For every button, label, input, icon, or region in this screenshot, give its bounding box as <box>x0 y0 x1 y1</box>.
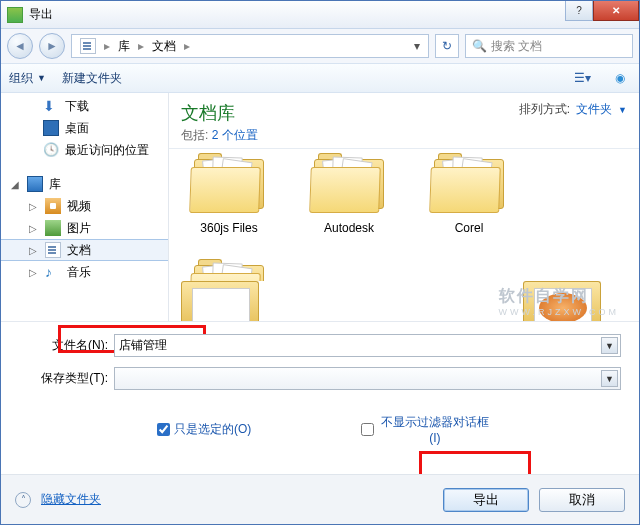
sidebar-item-desktop[interactable]: 桌面 <box>1 117 168 139</box>
folder-grid: 360js Files Autodesk Corel Corel <box>169 148 639 281</box>
window-title: 导出 <box>29 6 565 23</box>
breadcrumb-libraries[interactable]: 库 <box>112 35 136 57</box>
no-filter-dialog-label: 不显示过滤器对话框(I) <box>378 414 491 445</box>
sidebar-item-label: 图片 <box>67 220 91 237</box>
sidebar-item-music[interactable]: ▷音乐 <box>1 261 168 283</box>
footer: ˄ 隐藏文件夹 导出 取消 <box>1 474 639 524</box>
folder-grid-row2 <box>169 281 639 321</box>
new-folder-button[interactable]: 新建文件夹 <box>62 70 122 87</box>
options-row: 只是选定的(O) 不显示过滤器对话框(I) <box>19 400 621 451</box>
folder-label: Autodesk <box>301 221 397 235</box>
new-folder-label: 新建文件夹 <box>62 70 122 87</box>
folder-label: 360js Files <box>181 221 277 235</box>
chevron-down-icon[interactable]: ▼ <box>601 337 618 354</box>
library-subtitle: 包括: 2 个位置 <box>181 127 258 144</box>
breadcrumb-dropdown[interactable]: ▾ <box>408 39 426 53</box>
only-selected-label: 只是选定的(O) <box>174 421 251 438</box>
sort-value[interactable]: 文件夹 <box>576 101 612 118</box>
close-button[interactable]: ✕ <box>593 1 639 21</box>
desktop-icon <box>43 120 59 136</box>
caret-right-icon: ▷ <box>29 245 39 256</box>
export-dialog: 导出 ? ✕ ◄ ► ▸ 库 ▸ 文档 ▸ ▾ ↻ 🔍 搜索 文档 组织 ▼ <box>0 0 640 525</box>
sidebar-item-label: 桌面 <box>65 120 89 137</box>
library-title: 文档库 <box>181 101 258 125</box>
window-controls: ? ✕ <box>565 1 639 21</box>
nav-row: ◄ ► ▸ 库 ▸ 文档 ▸ ▾ ↻ 🔍 搜索 文档 <box>1 29 639 63</box>
sidebar-item-pictures[interactable]: ▷图片 <box>1 217 168 239</box>
caret-down-icon: ◢ <box>11 179 21 190</box>
sidebar-item-libraries[interactable]: ◢库 <box>1 173 168 195</box>
help-icon-button[interactable]: ◉ <box>609 67 631 89</box>
caret-right-icon: ▷ <box>29 223 39 234</box>
sidebar-item-label: 视频 <box>67 198 91 215</box>
sidebar-item-label: 最近访问的位置 <box>65 142 149 159</box>
chevron-right-icon: ▸ <box>102 39 112 53</box>
export-button[interactable]: 导出 <box>443 488 529 512</box>
filename-value: 店铺管理 <box>119 337 167 354</box>
breadcrumb[interactable]: ▸ 库 ▸ 文档 ▸ ▾ <box>71 34 429 58</box>
caret-right-icon: ▷ <box>29 201 39 212</box>
filename-input[interactable]: 店铺管理 ▼ <box>114 334 621 357</box>
folder-item[interactable]: Corel <box>421 153 517 235</box>
sidebar-item-documents[interactable]: ▷文档 <box>1 239 168 261</box>
breadcrumb-documents[interactable]: 文档 <box>146 35 182 57</box>
organize-menu[interactable]: 组织 ▼ <box>9 70 46 87</box>
folder-icon <box>190 153 268 217</box>
organize-label: 组织 <box>9 70 33 87</box>
help-button[interactable]: ? <box>565 1 593 21</box>
sidebar-item-recent[interactable]: 最近访问的位置 <box>1 139 168 161</box>
app-icon <box>7 7 23 23</box>
library-icon <box>27 176 43 192</box>
library-header: 文档库 包括: 2 个位置 排列方式: 文件夹 ▼ <box>169 93 639 148</box>
folder-item[interactable]: Autodesk <box>301 153 397 235</box>
folder-label: Corel <box>421 221 517 235</box>
sidebar-item-label: 文档 <box>67 242 91 259</box>
document-icon <box>45 242 61 258</box>
filename-label: 文件名(N): <box>19 337 114 354</box>
body: 下载 桌面 最近访问的位置 ◢库 ▷视频 ▷图片 ▷文档 ▷音乐 文档库 包括:… <box>1 93 639 321</box>
folder-icon <box>430 153 508 217</box>
expand-up-icon[interactable]: ˄ <box>15 492 31 508</box>
folder-icon <box>310 153 388 217</box>
folder-item[interactable]: 360js Files <box>181 153 277 235</box>
music-icon <box>45 264 61 280</box>
cancel-button[interactable]: 取消 <box>539 488 625 512</box>
filetype-label: 保存类型(T): <box>19 370 114 387</box>
back-button[interactable]: ◄ <box>7 33 33 59</box>
search-input[interactable]: 🔍 搜索 文档 <box>465 34 633 58</box>
sidebar-item-label: 音乐 <box>67 264 91 281</box>
sidebar: 下载 桌面 最近访问的位置 ◢库 ▷视频 ▷图片 ▷文档 ▷音乐 <box>1 93 169 321</box>
chevron-right-icon: ▸ <box>136 39 146 53</box>
sidebar-item-label: 库 <box>49 176 61 193</box>
recent-icon <box>43 142 59 158</box>
view-options-button[interactable]: ☰▾ <box>571 67 593 89</box>
folder-icon <box>190 259 268 281</box>
refresh-button[interactable]: ↻ <box>435 34 459 58</box>
filename-row: 文件名(N): 店铺管理 ▼ <box>19 334 621 357</box>
sidebar-item-downloads[interactable]: 下载 <box>1 95 168 117</box>
no-filter-dialog-input[interactable] <box>361 423 374 436</box>
chevron-right-icon: ▸ <box>182 39 192 53</box>
forward-button[interactable]: ► <box>39 33 65 59</box>
folder-item-partial[interactable] <box>523 281 601 321</box>
chevron-down-icon[interactable]: ▼ <box>618 105 627 115</box>
toolbar: 组织 ▼ 新建文件夹 ☰▾ ◉ <box>1 63 639 93</box>
sort-label: 排列方式: <box>519 101 570 118</box>
sort-control: 排列方式: 文件夹 ▼ <box>519 101 627 118</box>
folder-item[interactable]: Corel <box>181 259 277 281</box>
content-pane: 文档库 包括: 2 个位置 排列方式: 文件夹 ▼ 360js Files Au… <box>169 93 639 321</box>
only-selected-input[interactable] <box>157 423 170 436</box>
caret-right-icon: ▷ <box>29 267 39 278</box>
folder-item-partial[interactable] <box>181 281 259 321</box>
chevron-down-icon[interactable]: ▼ <box>601 370 618 387</box>
video-icon <box>45 198 61 214</box>
sidebar-item-label: 下载 <box>65 98 89 115</box>
only-selected-checkbox[interactable]: 只是选定的(O) <box>157 414 251 445</box>
no-filter-dialog-checkbox[interactable]: 不显示过滤器对话框(I) <box>361 414 491 445</box>
hide-folders-link[interactable]: 隐藏文件夹 <box>41 491 101 508</box>
search-icon: 🔍 <box>472 39 487 53</box>
titlebar: 导出 ? ✕ <box>1 1 639 29</box>
sidebar-item-videos[interactable]: ▷视频 <box>1 195 168 217</box>
filetype-select[interactable]: ▼ <box>114 367 621 390</box>
library-locations-link[interactable]: 2 个位置 <box>212 128 258 142</box>
